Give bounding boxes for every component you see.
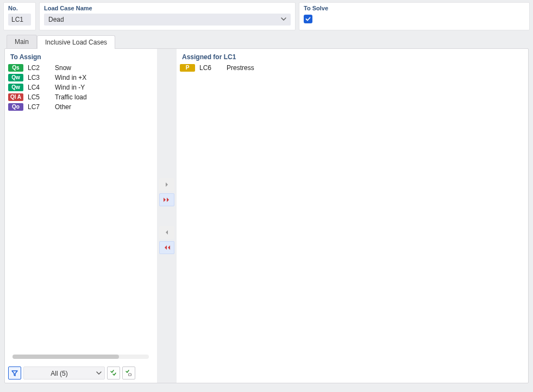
list-item[interactable]: QwLC4Wind in -Y	[8, 83, 153, 92]
name-select[interactable]: Dead	[44, 14, 291, 26]
field-to-solve: To Solve	[299, 2, 530, 30]
item-name: Traffic load	[55, 93, 153, 101]
assigned-title: Assigned for LC1	[177, 49, 528, 63]
category-badge: Qs	[8, 64, 23, 72]
item-name: Wind in +X	[55, 74, 153, 81]
item-name: Snow	[55, 64, 153, 72]
to-assign-title: To Assign	[5, 49, 156, 63]
tab-main[interactable]: Main	[7, 35, 37, 48]
item-id: LC5	[26, 93, 53, 101]
list-item[interactable]: Ql ALC5Traffic load	[8, 92, 153, 102]
filter-category-value[interactable]: All (5)	[23, 366, 105, 380]
assigned-panel: Assigned for LC1 PLC6Prestress	[177, 49, 528, 383]
unassign-all-button[interactable]	[159, 241, 174, 254]
category-badge: Qw	[8, 84, 23, 91]
workarea: To Assign QsLC2SnowQwLC3Wind in +XQwLC4W…	[4, 48, 529, 383]
to-assign-footer: All (5)	[5, 364, 156, 383]
list-item[interactable]: QwLC3Wind in +X	[8, 73, 153, 83]
field-load-case-name: Load Case Name Dead	[39, 2, 296, 30]
scrollbar-thumb[interactable]	[12, 355, 119, 359]
no-label: No.	[8, 5, 31, 11]
list-item[interactable]: QoLC7Other	[8, 102, 153, 112]
solve-checkbox[interactable]	[304, 15, 312, 23]
name-value[interactable]: Dead	[44, 14, 291, 26]
item-id: LC6	[197, 64, 224, 72]
assigned-list: PLC6Prestress	[177, 63, 528, 73]
transfer-buttons	[157, 49, 177, 383]
item-name: Wind in -Y	[55, 84, 153, 91]
item-id: LC2	[26, 64, 53, 72]
to-assign-list: QsLC2SnowQwLC3Wind in +XQwLC4Wind in -YQ…	[5, 63, 156, 112]
item-id: LC4	[26, 84, 53, 91]
item-name: Other	[55, 103, 153, 111]
solve-label: To Solve	[304, 5, 525, 11]
item-name: Prestress	[227, 64, 525, 72]
filter-button[interactable]	[8, 366, 21, 380]
list-item[interactable]: QsLC2Snow	[8, 63, 153, 73]
horizontal-scrollbar[interactable]	[12, 355, 149, 359]
to-assign-panel: To Assign QsLC2SnowQwLC3Wind in +XQwLC4W…	[5, 49, 157, 383]
no-value[interactable]: LC1	[8, 14, 31, 26]
deselect-all-button[interactable]	[122, 366, 135, 380]
item-id: LC7	[26, 103, 53, 111]
category-badge: Qw	[8, 74, 23, 81]
tabs: Main Inclusive Load Cases	[7, 35, 533, 48]
category-badge: P	[180, 64, 195, 72]
name-label: Load Case Name	[44, 5, 291, 11]
select-all-button[interactable]	[107, 366, 120, 380]
category-badge: Ql A	[8, 93, 23, 101]
item-id: LC3	[26, 74, 53, 81]
filter-category-select[interactable]: All (5)	[23, 366, 105, 380]
svg-rect-0	[129, 374, 131, 376]
category-badge: Qo	[8, 103, 23, 111]
tab-inclusive-load-cases[interactable]: Inclusive Load Cases	[37, 35, 115, 49]
unassign-one-button[interactable]	[159, 226, 174, 239]
assign-one-button[interactable]	[159, 178, 174, 191]
assign-all-button[interactable]	[159, 193, 174, 206]
field-no: No. LC1	[3, 2, 36, 30]
list-item[interactable]: PLC6Prestress	[180, 63, 525, 73]
